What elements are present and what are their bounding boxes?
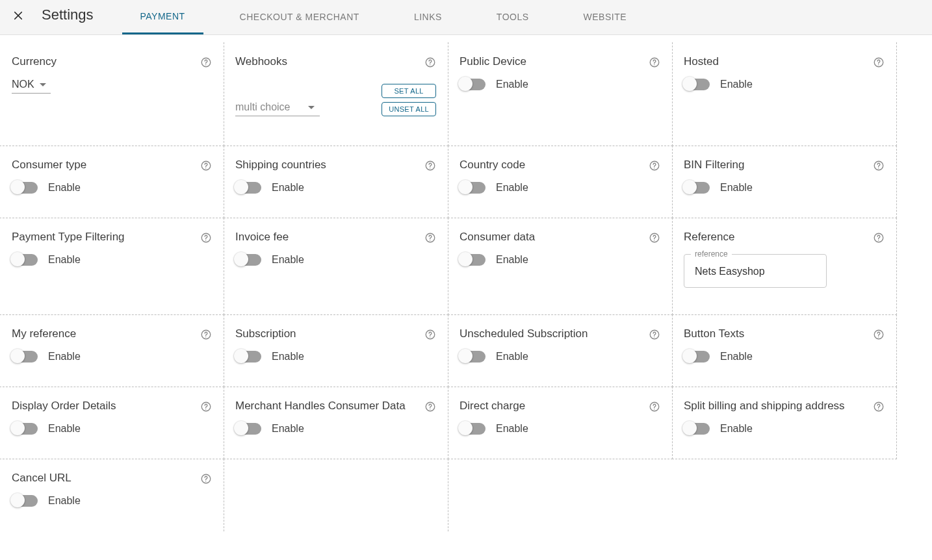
card-public-device: Public Device Enable [448,42,673,146]
unset-all-button[interactable]: UNSET ALL [382,102,436,116]
card-invoice-fee: Invoice fee Enable [224,218,448,315]
help-icon[interactable] [873,57,885,68]
card-title: Reference [684,231,734,244]
tab-tools[interactable]: TOOLS [478,0,547,34]
enable-toggle[interactable] [460,182,485,194]
svg-point-35 [430,409,430,409]
help-icon[interactable] [424,57,436,68]
help-icon[interactable] [649,232,660,244]
help-icon[interactable] [873,160,885,172]
card-title: Country code [460,159,525,172]
card-title: Cancel URL [12,472,71,485]
toggle-label: Enable [272,182,304,194]
enable-toggle[interactable] [235,182,261,194]
svg-point-31 [878,337,879,337]
enable-toggle[interactable] [460,254,485,266]
toggle-label: Enable [496,423,528,435]
help-icon[interactable] [649,160,660,172]
reference-label: reference [691,249,732,259]
card-display-order-details: Display Order Details Enable [0,387,224,459]
enable-toggle[interactable] [12,351,38,363]
card-title: Hosted [684,55,719,68]
card-title: Direct charge [460,400,525,413]
help-icon[interactable] [873,232,885,244]
card-shipping-countries: Shipping countries Enable [224,146,448,218]
card-reference: Reference reference [672,218,897,315]
tab-payment[interactable]: PAYMENT [122,0,203,34]
enable-toggle[interactable] [235,423,261,435]
help-icon[interactable] [424,401,436,413]
help-icon[interactable] [649,57,660,68]
currency-select[interactable]: NOK [12,79,51,94]
webhooks-select[interactable]: multi choice [235,101,320,116]
help-icon[interactable] [424,329,436,340]
svg-point-41 [205,481,206,481]
reference-field: reference [684,254,827,288]
enable-toggle[interactable] [684,351,710,363]
enable-toggle[interactable] [684,423,710,435]
help-icon[interactable] [649,401,660,413]
help-icon[interactable] [649,329,660,340]
card-unscheduled-subscription: Unscheduled Subscription Enable [448,314,673,387]
help-icon[interactable] [873,329,885,340]
enable-toggle[interactable] [460,79,485,90]
chevron-down-icon [40,83,46,86]
card-title: Public Device [460,55,526,68]
svg-point-9 [205,168,206,168]
enable-toggle[interactable] [684,182,710,194]
tab-links[interactable]: LINKS [396,0,460,34]
card-direct-charge: Direct charge Enable [448,387,673,459]
help-icon[interactable] [200,401,212,413]
svg-point-33 [205,409,206,409]
help-icon[interactable] [424,232,436,244]
toggle-label: Enable [48,182,81,194]
card-title: Consumer data [460,231,535,244]
card-cancel-url: Cancel URL Enable [0,459,224,531]
close-icon [12,10,24,24]
card-title: Merchant Handles Consumer Data [235,400,406,413]
card-subscription: Subscription Enable [224,314,448,387]
help-icon[interactable] [200,57,212,68]
toggle-label: Enable [496,79,528,90]
svg-point-39 [878,409,879,409]
card-button-texts: Button Texts Enable [672,314,897,387]
help-icon[interactable] [200,329,212,340]
reference-input[interactable] [693,265,817,278]
enable-toggle[interactable] [460,423,485,435]
enable-toggle[interactable] [12,495,38,507]
enable-toggle[interactable] [684,79,710,90]
close-button[interactable] [4,0,32,34]
help-icon[interactable] [200,473,212,485]
svg-point-37 [654,409,654,409]
card-currency: Currency NOK [0,42,224,146]
card-title: Consumer type [12,159,86,172]
card-title: Button Texts [684,327,744,340]
enable-toggle[interactable] [235,254,261,266]
enable-toggle[interactable] [12,254,38,266]
toggle-label: Enable [720,79,753,90]
tab-checkout-merchant[interactable]: CHECKOUT & MERCHANT [222,0,378,34]
help-icon[interactable] [424,160,436,172]
set-all-button[interactable]: SET ALL [382,84,436,98]
card-title: Split billing and shipping address [684,400,845,413]
toggle-label: Enable [720,423,753,435]
card-hosted: Hosted Enable [672,42,897,146]
app-header: Settings PAYMENT CHECKOUT & MERCHANT LIN… [0,0,932,35]
help-icon[interactable] [873,401,885,413]
help-icon[interactable] [200,160,212,172]
help-icon[interactable] [200,232,212,244]
tab-website[interactable]: WEBSITE [565,0,645,34]
enable-toggle[interactable] [460,351,485,363]
svg-point-27 [430,337,430,337]
card-title: Currency [12,55,57,68]
toggle-label: Enable [496,351,528,363]
enable-toggle[interactable] [235,351,261,363]
card-split-billing-shipping: Split billing and shipping address Enabl… [672,387,897,459]
card-title: Unscheduled Subscription [460,327,588,340]
enable-toggle[interactable] [12,423,38,435]
svg-point-13 [654,168,654,168]
enable-toggle[interactable] [12,182,38,194]
toggle-label: Enable [48,254,81,266]
card-bin-filtering: BIN Filtering Enable [672,146,897,218]
card-title: Shipping countries [235,159,326,172]
